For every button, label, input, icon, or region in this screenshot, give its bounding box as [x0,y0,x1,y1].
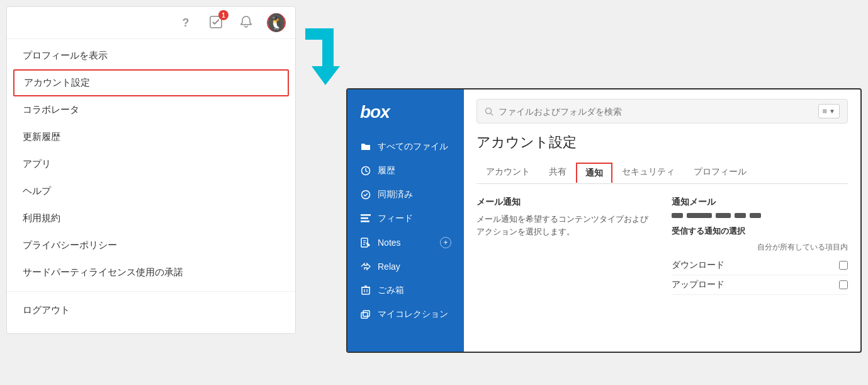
svg-rect-6 [361,214,371,216]
tab-share[interactable]: 共有 [539,161,576,184]
email-block-2 [687,213,712,218]
collection-icon [360,309,371,320]
trash-icon [360,285,371,296]
download-label: ダウンロード [672,260,724,271]
notes-icon [360,237,371,248]
email-display [672,213,848,218]
menu-item-account-settings[interactable]: アカウント設定 [13,69,289,96]
ownership-label: 自分が所有している項目内 [672,242,848,253]
sidebar-label-relay: Relay [378,261,451,272]
relay-icon [360,261,371,272]
tasks-button[interactable]: 1 [206,13,225,32]
menu-item-terms[interactable]: 利用規約 [7,205,295,232]
upload-label: アップロード [672,279,724,290]
sidebar-label-history: 履歴 [378,165,451,176]
down-arrow-icon [302,25,340,88]
clock-icon [360,165,371,176]
sidebar-label-synced: 同期済み [378,189,451,200]
upload-row: アップロード [672,275,848,295]
svg-rect-18 [361,313,368,318]
email-notification-title: メール通知 [476,197,653,208]
sidebar-item-relay[interactable]: Relay [347,255,464,279]
menu-item-view-profile[interactable]: プロフィールを表示 [7,42,295,69]
sidebar-item-synced[interactable]: 同期済み [347,183,464,207]
search-icon [485,107,493,116]
svg-rect-19 [363,311,369,316]
email-notification-desc: メール通知を希望するコンテンツタイプおよびアクションを選択します。 [476,213,653,238]
sidebar-item-collection[interactable]: マイコレクション [347,302,464,326]
menu-item-history[interactable]: 更新履歴 [7,124,295,151]
dropdown-menu-panel: ? 1 🐧 プロフィールを表示 [6,6,296,334]
avatar-button[interactable]: 🐧 [267,13,286,32]
svg-line-21 [491,113,493,115]
email-block-1 [672,213,683,218]
notifications-button[interactable] [237,13,256,32]
dropdown-menu-list: プロフィールを表示 アカウント設定 コラボレータ 更新履歴 アプリ ヘルプ 利用… [7,39,295,327]
question-icon: ? [183,16,189,30]
filter-chevron: ▼ [829,108,835,115]
menu-divider [7,291,295,292]
sidebar-label-collection: マイコレクション [378,309,451,320]
svg-point-20 [486,108,492,113]
upload-checkbox[interactable] [839,280,848,289]
notifications-section: メール通知 メール通知を希望するコンテンツタイプおよびアクションを選択します。 … [476,197,848,295]
sidebar-label-trash: ごみ箱 [378,285,451,296]
folder-icon [360,141,371,152]
feed-icon [360,213,371,224]
email-block-4 [735,213,746,218]
sidebar-item-notes[interactable]: Notes + [347,231,464,255]
check-circle-icon [360,189,371,200]
sidebar-label-feed: フィード [378,213,451,224]
search-input[interactable] [499,106,813,117]
tab-profile[interactable]: プロフィール [684,161,756,184]
menu-item-logout[interactable]: ログアウト [7,297,295,324]
email-block-3 [716,213,731,218]
sidebar-item-history[interactable]: 履歴 [347,159,464,183]
page-title: アカウント設定 [476,133,848,152]
download-checkbox[interactable] [839,261,848,270]
menu-item-license[interactable]: サードパーティライセンス使用の承諾 [7,259,295,286]
notification-settings-section: 通知メール 受信する通知の選択 自分が所有している項目内 ダウンロード アップロ… [672,197,848,295]
task-badge: 1 [218,10,228,20]
svg-rect-7 [361,217,368,219]
notes-add-button[interactable]: + [440,237,451,248]
menu-item-apps[interactable]: アプリ [7,151,295,178]
avatar-image: 🐧 [268,13,285,32]
main-content-area: ≡ ▼ アカウント設定 アカウント 共有 通知 セキュリティ プロフィール メー… [464,89,860,352]
sidebar-item-feed[interactable]: フィード [347,207,464,231]
sidebar-item-all-files[interactable]: すべてのファイル [347,135,464,159]
svg-rect-2 [322,28,334,66]
sidebar-label-all-files: すべてのファイル [378,141,451,152]
menu-item-help[interactable]: ヘルプ [7,178,295,205]
arrow-section [296,6,346,88]
download-row: ダウンロード [672,256,848,275]
tab-account[interactable]: アカウント [476,161,539,184]
app-sidebar: box すべてのファイル 履歴 同期済み [347,89,464,352]
email-notification-section: メール通知 メール通知を希望するコンテンツタイプおよびアクションを選択します。 [476,197,653,295]
sidebar-label-notes: Notes [378,238,434,248]
sidebar-item-trash[interactable]: ごみ箱 [347,279,464,302]
box-logo: box [347,99,464,135]
menu-item-privacy[interactable]: プライバシーポリシー [7,232,295,259]
top-bar: ? 1 🐧 [7,7,295,39]
box-app-panel: box すべてのファイル 履歴 同期済み [346,88,862,353]
tab-security[interactable]: セキュリティ [612,161,684,184]
notify-email-title: 通知メール [672,197,848,208]
search-bar[interactable]: ≡ ▼ [476,99,848,124]
bell-icon [240,15,252,31]
receive-title: 受信する通知の選択 [672,226,848,237]
filter-icon: ≡ [823,106,828,116]
search-filter-button[interactable]: ≡ ▼ [818,104,840,118]
email-block-5 [750,213,761,218]
svg-rect-13 [362,287,369,294]
help-button[interactable]: ? [176,13,195,32]
svg-marker-3 [312,66,340,85]
menu-item-collaborator[interactable]: コラボレータ [7,96,295,124]
tab-notification[interactable]: 通知 [576,163,612,183]
svg-rect-8 [361,221,369,222]
tabs-row: アカウント 共有 通知 セキュリティ プロフィール [476,161,848,184]
